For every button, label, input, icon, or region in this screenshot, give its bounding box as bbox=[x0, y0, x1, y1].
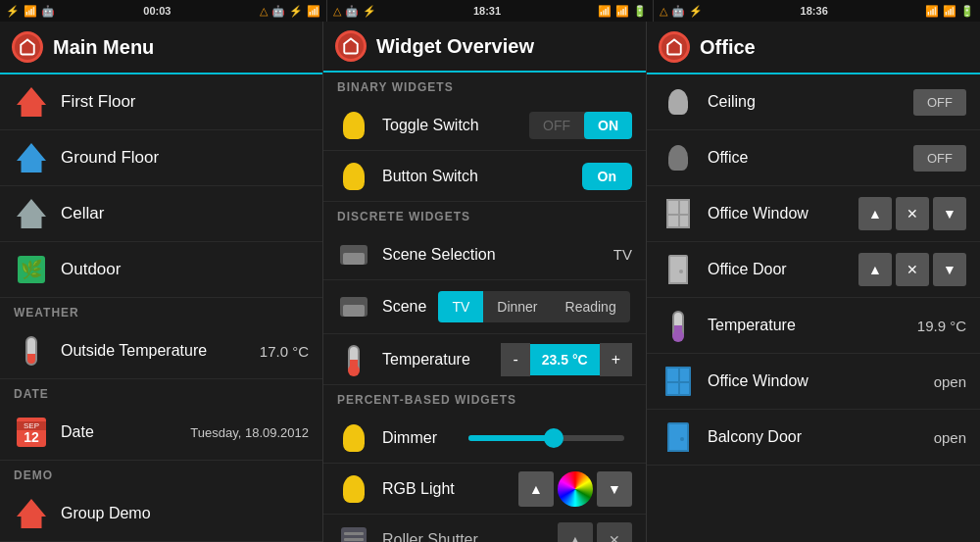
group-demo-item[interactable]: Group Demo bbox=[0, 486, 322, 542]
office-icon bbox=[659, 31, 690, 63]
wifi-icon-right: 📶 bbox=[925, 5, 939, 18]
dimmer-row: Dimmer bbox=[323, 413, 646, 464]
office-door-stop-btn[interactable] bbox=[896, 253, 929, 286]
toggle-switch-control[interactable]: OFF ON bbox=[529, 112, 632, 139]
rgb-color-picker-btn[interactable] bbox=[558, 471, 593, 507]
office-window-status-icon bbox=[661, 364, 696, 399]
time-mid: 18:31 bbox=[473, 5, 501, 17]
scene-tab-tv[interactable]: TV bbox=[438, 291, 483, 322]
dimmer-thumb[interactable] bbox=[544, 428, 564, 448]
android-icon-left: 🤖 bbox=[41, 5, 55, 18]
office-door-controls bbox=[858, 253, 966, 286]
rgb-bulb-icon bbox=[337, 472, 370, 506]
android-icon-1: 🤖 bbox=[271, 5, 285, 18]
status-icons-right-3: 📶 📶 🔋 bbox=[925, 5, 974, 18]
button-switch-row: Button Switch On bbox=[323, 151, 646, 202]
widget-overview-title: Widget Overview bbox=[376, 35, 534, 58]
scene-selection-row: Scene Selection TV bbox=[323, 229, 646, 280]
main-menu-icon bbox=[12, 31, 43, 63]
rgb-up-btn[interactable] bbox=[518, 471, 554, 507]
time-right: 18:36 bbox=[801, 5, 828, 17]
rgb-down-icon bbox=[608, 480, 621, 498]
weather-section-label: WEATHER bbox=[0, 298, 322, 323]
middle-panel-header: Widget Overview bbox=[323, 22, 646, 73]
office-door-up-btn[interactable] bbox=[858, 253, 892, 286]
toggle-on-button[interactable]: ON bbox=[584, 112, 632, 139]
office-door-down-icon bbox=[943, 261, 956, 278]
time-left: 00:03 bbox=[143, 5, 171, 17]
usb-icon-right: ⚡ bbox=[689, 5, 703, 18]
toggle-switch-label: Toggle Switch bbox=[382, 117, 529, 134]
left-panel: Main Menu First Floor Ground Floor Cella… bbox=[0, 22, 323, 542]
office-window-up-btn[interactable] bbox=[858, 197, 892, 230]
rgb-label: RGB Light bbox=[382, 480, 514, 498]
date-value: Tuesday, 18.09.2012 bbox=[190, 425, 309, 440]
temperature-plus-btn[interactable]: + bbox=[600, 343, 632, 376]
device-thermo-icon bbox=[661, 308, 696, 343]
device-temperature-row: Temperature 19.9 °C bbox=[647, 298, 980, 354]
outside-temp-value: 17.0 °C bbox=[260, 343, 309, 360]
main-layout: Main Menu First Floor Ground Floor Cella… bbox=[0, 22, 980, 542]
office-window-down-btn[interactable] bbox=[933, 197, 966, 230]
status-bar-left-icons: ⚡ 📶 🤖 bbox=[6, 5, 55, 18]
left-panel-header: Main Menu bbox=[0, 22, 322, 74]
ground-floor-icon bbox=[14, 140, 49, 175]
office-door-icon bbox=[661, 252, 696, 287]
date-label: Date bbox=[61, 423, 94, 441]
office-door-row: Office Door bbox=[647, 242, 980, 298]
warning-icon-right: △ bbox=[660, 5, 667, 18]
toggle-off-option[interactable]: OFF bbox=[529, 112, 584, 139]
sidebar-item-ground-floor[interactable]: Ground Floor bbox=[0, 130, 322, 186]
dimmer-label: Dimmer bbox=[382, 429, 461, 447]
status-icons-right-2: 📶 📶 🔋 bbox=[598, 5, 647, 18]
office-door-stop-icon bbox=[906, 261, 918, 278]
first-floor-icon bbox=[14, 84, 49, 120]
wifi-icon-mid: 📶 bbox=[598, 5, 612, 18]
temp-icon bbox=[337, 343, 370, 376]
android-icon-right: 🤖 bbox=[671, 5, 685, 18]
temperature-row: Temperature - 23.5 °C + bbox=[323, 334, 646, 385]
usb-icon-mid: ⚡ bbox=[363, 5, 376, 18]
temperature-label: Temperature bbox=[382, 351, 501, 369]
office-off-btn[interactable]: OFF bbox=[913, 145, 966, 172]
toggle-bulb-icon bbox=[337, 109, 370, 142]
outside-temp-label: Outside Temperature bbox=[61, 342, 207, 360]
scene-tabs-row: Scene TV Dinner Reading bbox=[323, 280, 646, 334]
scene-tab-reading[interactable]: Reading bbox=[552, 291, 630, 322]
scene-selection-value: TV bbox=[613, 246, 632, 263]
usb-icon-1: ⚡ bbox=[289, 5, 303, 18]
device-temperature-value: 19.9 °C bbox=[917, 318, 966, 334]
right-panel: Office Ceiling OFF Office OFF bbox=[647, 22, 980, 542]
signal-icon-right: 📶 bbox=[943, 5, 956, 18]
button-switch-btn[interactable]: On bbox=[582, 163, 632, 190]
scene-tab-dinner[interactable]: Dinner bbox=[483, 291, 551, 322]
rgb-down-btn[interactable] bbox=[597, 471, 632, 507]
toggle-switch-row: Toggle Switch OFF ON bbox=[323, 100, 646, 151]
status-bar-middle: △ 🤖 ⚡ 18:31 📶 📶 🔋 bbox=[326, 0, 655, 22]
widget-overview-icon bbox=[335, 30, 367, 62]
balcony-door-label: Balcony Door bbox=[708, 428, 934, 446]
office-door-up-icon bbox=[868, 261, 882, 278]
roller-up-btn[interactable] bbox=[558, 522, 593, 542]
office-label: Office bbox=[708, 149, 913, 167]
scene-tabs-label: Scene bbox=[382, 298, 426, 316]
office-door-down-btn[interactable] bbox=[933, 253, 966, 286]
dimmer-slider[interactable] bbox=[468, 435, 624, 441]
roller-x-btn[interactable] bbox=[597, 522, 632, 542]
rgb-light-row: RGB Light bbox=[323, 464, 646, 515]
office-window-status-value: open bbox=[934, 373, 966, 390]
office-window-stop-icon bbox=[906, 205, 918, 222]
ceiling-off-btn[interactable]: OFF bbox=[913, 89, 966, 116]
demo-section-label: DEMO bbox=[0, 461, 322, 486]
battery-icon-mid: 🔋 bbox=[633, 5, 647, 18]
temperature-minus-btn[interactable]: - bbox=[501, 343, 529, 376]
office-window-status-row: Office Window open bbox=[647, 354, 980, 410]
office-window-stop-btn[interactable] bbox=[896, 197, 929, 230]
sidebar-item-outdoor[interactable]: 🌿 Outdoor bbox=[0, 242, 322, 298]
status-bars: ⚡ 📶 🤖 00:03 △ 🤖 ⚡ 📶 △ 🤖 ⚡ 18:31 📶 📶 🔋 △ … bbox=[0, 0, 980, 22]
ceiling-label: Ceiling bbox=[708, 93, 913, 111]
ceiling-device-row: Ceiling OFF bbox=[647, 74, 980, 130]
sidebar-item-cellar[interactable]: Cellar bbox=[0, 186, 322, 242]
status-bar-left: ⚡ 📶 🤖 00:03 △ 🤖 ⚡ 📶 bbox=[0, 0, 326, 22]
sidebar-item-first-floor[interactable]: First Floor bbox=[0, 74, 322, 130]
